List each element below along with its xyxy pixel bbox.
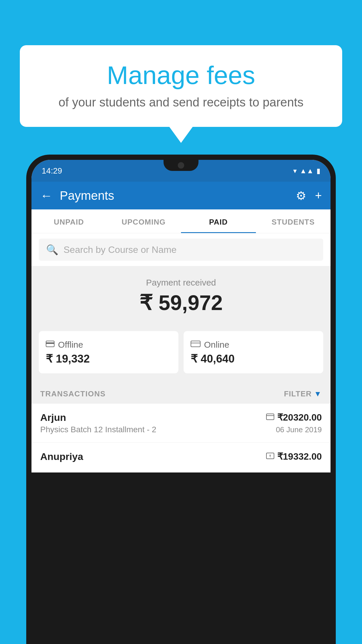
transaction-right: ₹20320.00 06 June 2019 xyxy=(266,412,322,434)
signal-icon: ▲▲ xyxy=(300,167,314,175)
transaction-right-2: ₹ ₹19332.00 xyxy=(266,451,322,462)
status-icons: ▾ ▲▲ ▮ xyxy=(293,167,320,175)
transaction-left-2: Anupriya xyxy=(40,451,266,464)
tabs-bar: UNPAID UPCOMING PAID STUDENTS xyxy=(31,209,331,233)
transactions-label: TRANSACTIONS xyxy=(40,389,106,398)
payment-amount: ₹ 59,972 xyxy=(40,290,322,315)
transaction-course: Physics Batch 12 Installment - 2 xyxy=(40,425,266,434)
svg-rect-2 xyxy=(191,341,200,347)
transaction-amount-row: ₹20320.00 xyxy=(266,412,322,423)
page-title: Payments xyxy=(60,189,289,203)
transaction-row-2: Anupriya ₹ ₹19332.00 xyxy=(31,443,331,473)
phone-frame: 14:29 ▾ ▲▲ ▮ ← Payments ⚙ + UNPAID UPCOM… xyxy=(26,155,336,644)
transaction-name: Arjun xyxy=(40,412,266,423)
status-time: 14:29 xyxy=(42,166,62,176)
offline-card-top: Offline xyxy=(46,339,83,350)
svg-rect-1 xyxy=(46,342,54,344)
payment-method-icon-2: ₹ xyxy=(266,452,274,461)
app-header: ← Payments ⚙ + xyxy=(31,182,331,209)
transaction-amount-row-2: ₹ ₹19332.00 xyxy=(266,451,322,462)
payment-method-icon xyxy=(266,413,274,422)
camera-dot xyxy=(178,162,184,169)
search-icon: 🔍 xyxy=(46,244,58,256)
offline-card: Offline ₹ 19,332 xyxy=(39,331,178,373)
notch xyxy=(164,160,198,171)
filter-button[interactable]: FILTER ▼ xyxy=(284,389,322,398)
speech-bubble-subtitle: of your students and send receipts to pa… xyxy=(37,95,325,109)
search-container: 🔍 Search by Course or Name xyxy=(31,233,331,266)
add-icon[interactable]: + xyxy=(315,189,322,202)
payment-received-section: Payment received ₹ 59,972 xyxy=(31,266,331,331)
tab-paid[interactable]: PAID xyxy=(181,209,256,233)
transaction-name-2: Anupriya xyxy=(40,451,266,462)
transactions-header: TRANSACTIONS FILTER ▼ xyxy=(31,382,331,404)
offline-icon xyxy=(46,339,55,350)
header-icons: ⚙ + xyxy=(296,189,322,202)
online-label: Online xyxy=(204,340,229,350)
settings-icon[interactable]: ⚙ xyxy=(296,189,306,202)
tab-students[interactable]: STUDENTS xyxy=(256,209,331,233)
speech-bubble-title: Manage fees xyxy=(37,61,325,90)
status-bar: 14:29 ▾ ▲▲ ▮ xyxy=(31,160,331,182)
svg-text:₹: ₹ xyxy=(269,454,271,458)
offline-label: Offline xyxy=(58,340,83,350)
tab-upcoming[interactable]: UPCOMING xyxy=(106,209,181,233)
transaction-row: Arjun Physics Batch 12 Installment - 2 ₹… xyxy=(31,404,331,443)
speech-bubble-arrow xyxy=(169,127,193,143)
payment-received-label: Payment received xyxy=(40,278,322,288)
filter-icon: ▼ xyxy=(314,389,322,398)
speech-bubble-wrapper: Manage fees of your students and send re… xyxy=(20,45,342,143)
svg-rect-4 xyxy=(266,414,274,420)
online-card: Online ₹ 40,640 xyxy=(184,331,323,373)
search-box[interactable]: 🔍 Search by Course or Name xyxy=(39,239,323,261)
filter-label: FILTER xyxy=(284,389,312,398)
transaction-left: Arjun Physics Batch 12 Installment - 2 xyxy=(40,412,266,434)
battery-icon: ▮ xyxy=(317,167,320,175)
speech-bubble: Manage fees of your students and send re… xyxy=(20,45,342,127)
transaction-amount-2: ₹19332.00 xyxy=(277,451,322,462)
back-button[interactable]: ← xyxy=(40,189,52,203)
wifi-icon: ▾ xyxy=(293,167,297,175)
online-card-top: Online xyxy=(191,339,229,350)
offline-amount: ₹ 19,332 xyxy=(46,352,90,365)
phone-inner: 14:29 ▾ ▲▲ ▮ ← Payments ⚙ + UNPAID UPCOM… xyxy=(31,160,331,473)
online-amount: ₹ 40,640 xyxy=(191,352,235,365)
transaction-date: 06 June 2019 xyxy=(276,425,322,434)
transaction-amount: ₹20320.00 xyxy=(277,412,322,423)
tab-unpaid[interactable]: UNPAID xyxy=(31,209,106,233)
cards-row: Offline ₹ 19,332 Online ₹ 40,640 xyxy=(31,331,331,382)
online-icon xyxy=(191,339,201,350)
search-input[interactable]: Search by Course or Name xyxy=(64,244,177,255)
